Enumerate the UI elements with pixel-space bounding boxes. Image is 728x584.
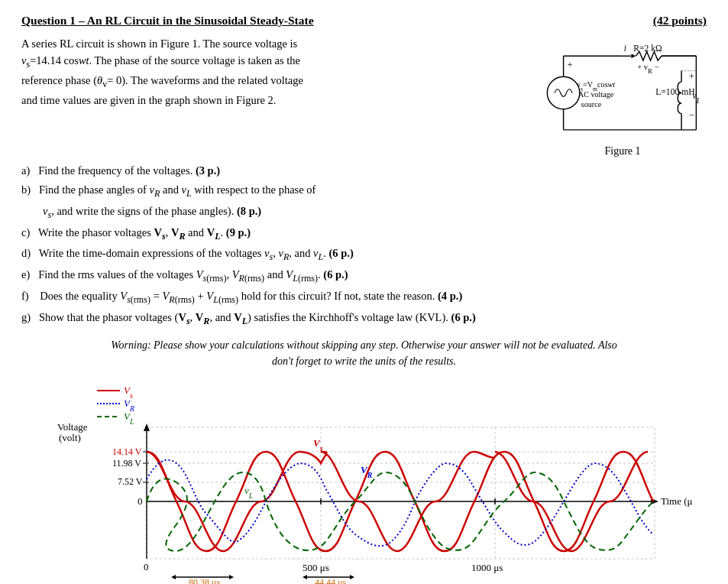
y-label: Voltage (57, 421, 88, 433)
x-500: 500 μs (303, 562, 329, 573)
svg-text:VL: VL (124, 410, 134, 426)
question-header: Question 1 – An RL Circuit in the Sinuso… (21, 14, 707, 28)
problem-description: A series RL circuit is shown in Figure 1… (21, 35, 531, 157)
part-a: a) Find the frequency of the voltages. (… (21, 162, 707, 180)
circuit-diagram: i R=2 kΩ + vR − L=100 mH (539, 41, 707, 157)
svg-point-11 (547, 76, 579, 109)
svg-marker-37 (229, 575, 234, 579)
question-points: (42 points) (653, 14, 707, 28)
vl-label: vL (693, 91, 699, 104)
inductance-label: L=100 mH (655, 87, 695, 97)
svg-marker-41 (350, 575, 354, 579)
part-c: c) Write the phasor voltages Vs, VR and … (21, 224, 707, 245)
x-label: Time (μs) (661, 495, 693, 507)
svg-marker-1 (631, 54, 636, 58)
current-label: i (624, 44, 626, 54)
vs-graph-label: Vs (313, 437, 323, 453)
part-f: f) Does the equality Vs(rms) = VR(rms) +… (21, 287, 707, 308)
warning-text: Worning: Please show your calculations w… (21, 337, 707, 369)
vl-minus: − (689, 110, 694, 121)
intro-line4: and time values are given in the graph s… (21, 92, 531, 109)
part-b: b) Find the phase angles of vR and vL wi… (21, 181, 707, 202)
source-name: source (581, 100, 602, 109)
part-g: g) Show that the phasor voltages (Vs, VR… (21, 309, 707, 329)
x-1000: 1000 μs (471, 562, 503, 573)
y-zero: 0 (138, 495, 143, 507)
intro-line3: reference phase (θv= 0). The waveforms a… (21, 72, 531, 92)
graph-area: Vs VR VL Voltage (volt) Time (μs) 14.14 … (36, 375, 693, 584)
y-val-752: 7.52 V (118, 476, 143, 487)
circuit-svg: i R=2 kΩ + vR − L=100 mH (539, 41, 699, 148)
intro-line2: vs=14.14 coswt. The phase of the source … (21, 52, 531, 72)
source-type: AC voltage (578, 90, 614, 99)
annotation-8038: 80.38 μs (189, 577, 220, 584)
parts-list: a) Find the frequency of the voltages. (… (21, 162, 707, 329)
x-zero: 0 (144, 561, 149, 573)
part-b-indent: vs, and write the signs of the phase ang… (21, 203, 707, 223)
question-title: Question 1 – An RL Circuit in the Sinuso… (21, 14, 314, 28)
svg-text:+: + (567, 60, 572, 70)
svg-marker-35 (171, 575, 176, 579)
svg-marker-39 (303, 575, 307, 579)
graph-svg: Vs VR VL Voltage (volt) Time (μs) 14.14 … (36, 375, 693, 584)
part-d: d) Write the time-domain expressions of … (21, 245, 707, 265)
part-e: e) Find the rms values of the voltages V… (21, 266, 707, 287)
y-val-1198: 11.98 V (112, 458, 141, 469)
annotation-4444: 44.44 μs (315, 577, 346, 584)
vl-graph-label: vL (244, 485, 254, 500)
resistance-label: R=2 kΩ (633, 44, 662, 54)
intro-line1: A series RL circuit is shown in Figure 1… (21, 35, 531, 52)
y-unit: (volt) (59, 432, 81, 443)
vr-label: + vR − (637, 63, 658, 75)
vl-plus: + (689, 71, 694, 82)
y-val-1414: 14.14 V (112, 446, 142, 457)
